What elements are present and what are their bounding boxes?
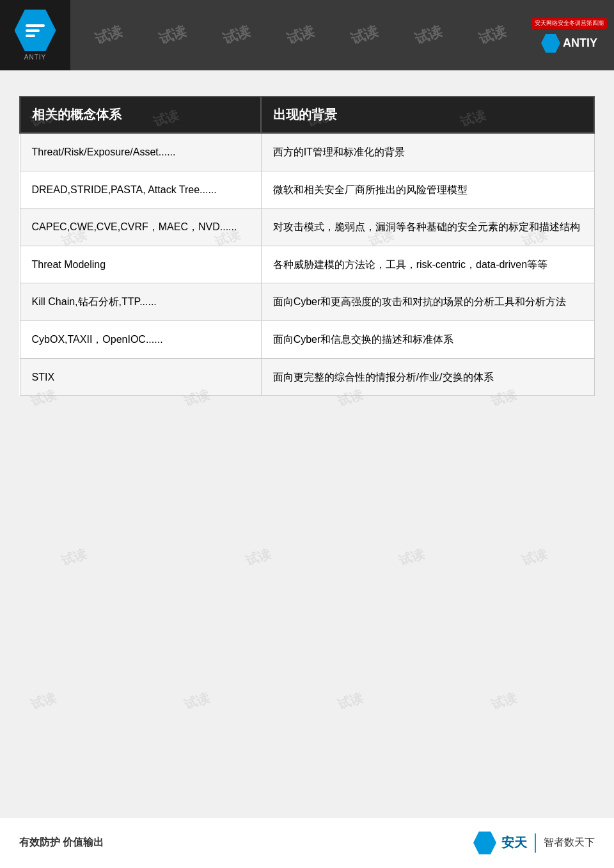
- table-cell-background: 微软和相关安全厂商所推出的风险管理模型: [261, 171, 594, 209]
- footer-logo-icon: [473, 832, 496, 855]
- header-wm-4: 试读: [284, 21, 317, 49]
- antiy-brand-text: ANTIY: [563, 36, 597, 50]
- footer-slogan: 有效防护 价值输出: [19, 836, 104, 849]
- header-wm-2: 试读: [156, 21, 189, 49]
- logo-line-1: [26, 24, 45, 27]
- table-row: Threat Modeling各种威胁建模的方法论，工具，risk-centri…: [20, 246, 594, 283]
- body-watermark-14: 试读: [397, 545, 427, 570]
- table-cell-background: 对攻击模式，脆弱点，漏洞等各种基础的安全元素的标定和描述结构: [261, 209, 594, 246]
- table-cell-background: 面向更完整的综合性的情报分析/作业/交换的体系: [261, 358, 594, 396]
- logo-hexagon: [15, 10, 56, 51]
- table-cell-concept: DREAD,STRIDE,PASTA, Attack Tree......: [20, 171, 261, 209]
- table-row: Threat/Risk/Exposure/Asset......西方的IT管理和…: [20, 133, 594, 171]
- footer: 有效防护 价值输出 安天 智者数天下: [0, 817, 614, 868]
- table-cell-background: 各种威胁建模的方法论，工具，risk-centric，data-driven等等: [261, 246, 594, 283]
- body-watermark-13: 试读: [244, 545, 274, 570]
- header-watermarks: 试读 试读 试读 试读 试读 试读 试读: [70, 26, 531, 45]
- header-right-logo-img: ANTIY: [541, 34, 597, 53]
- table-row: CAPEC,CWE,CVE,CVRF，MAEC，NVD......对攻击模式，脆…: [20, 209, 594, 246]
- body-watermark-17: 试读: [182, 689, 212, 714]
- concept-table: 相关的概念体系 出现的背景 Threat/Risk/Exposure/Asset…: [19, 96, 595, 396]
- header: ANTIY 试读 试读 试读 试读 试读 试读 试读 安天网络安全冬训营第四期 …: [0, 0, 614, 70]
- table-cell-background: 面向Cyber和更高强度的攻击和对抗的场景的分析工具和分析方法: [261, 283, 594, 321]
- table-row: CybOX,TAXII，OpenIOC......面向Cyber和信息交换的描述…: [20, 320, 594, 358]
- table-cell-concept: Threat Modeling: [20, 246, 261, 283]
- header-wm-5: 试读: [348, 21, 381, 49]
- table-cell-concept: Kill Chain,钻石分析,TTP......: [20, 283, 261, 321]
- table-cell-concept: CybOX,TAXII，OpenIOC......: [20, 320, 261, 358]
- col2-header: 出现的背景: [261, 97, 594, 133]
- antiy-icon: [541, 34, 560, 53]
- header-wm-6: 试读: [412, 21, 445, 49]
- body-watermark-16: 试读: [29, 689, 59, 714]
- table-cell-concept: Threat/Risk/Exposure/Asset......: [20, 133, 261, 171]
- table-row: STIX面向更完整的综合性的情报分析/作业/交换的体系: [20, 358, 594, 396]
- footer-right: 安天 智者数天下: [473, 832, 595, 855]
- header-wm-1: 试读: [92, 21, 125, 49]
- logo-text: ANTIY: [24, 54, 46, 61]
- body-watermark-12: 试读: [59, 545, 90, 570]
- logo-line-3: [26, 35, 35, 37]
- body-watermark-18: 试读: [336, 689, 366, 714]
- table-cell-concept: CAPEC,CWE,CVE,CVRF，MAEC，NVD......: [20, 209, 261, 246]
- logo-line-2: [26, 29, 40, 32]
- table-cell-background: 西方的IT管理和标准化的背景: [261, 133, 594, 171]
- col1-header: 相关的概念体系: [20, 97, 261, 133]
- header-wm-3: 试读: [220, 21, 253, 49]
- body-watermark-19: 试读: [489, 689, 519, 714]
- footer-brand: 安天: [501, 834, 527, 851]
- footer-sub-brand: 智者数天下: [544, 836, 595, 849]
- header-right-logo: 安天网络安全冬训营第四期 ANTIY: [531, 10, 608, 61]
- table-cell-background: 面向Cyber和信息交换的描述和标准体系: [261, 320, 594, 358]
- logo-lines: [26, 24, 45, 37]
- top-right-badge: 安天网络安全冬训营第四期: [531, 18, 607, 29]
- main-content: 相关的概念体系 出现的背景 Threat/Risk/Exposure/Asset…: [0, 70, 614, 441]
- header-wm-7: 试读: [476, 21, 509, 49]
- table-row: DREAD,STRIDE,PASTA, Attack Tree......微软和…: [20, 171, 594, 209]
- logo-block: ANTIY: [0, 0, 70, 70]
- footer-divider: [535, 833, 536, 853]
- body-watermark-15: 试读: [520, 545, 550, 570]
- table-cell-concept: STIX: [20, 358, 261, 396]
- table-row: Kill Chain,钻石分析,TTP......面向Cyber和更高强度的攻击…: [20, 283, 594, 321]
